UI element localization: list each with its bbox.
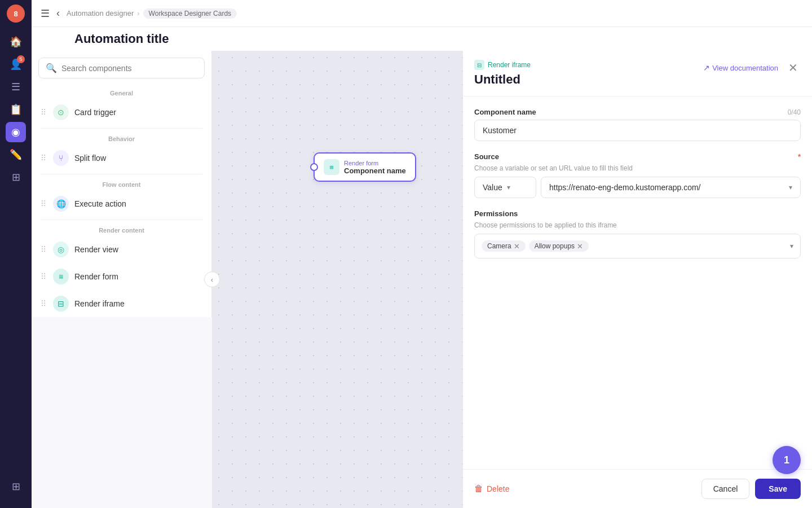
cancel-button[interactable]: Cancel [701,479,750,499]
split-flow-icon: ⑂ [53,150,69,166]
source-type-value: Value [483,183,502,192]
render-view-label: Render view [74,245,118,254]
permissions-select[interactable]: Camera ✕ Allow popups ✕ ▾ [474,234,801,259]
canvas-area[interactable]: ≡ Render form Component name [212,51,462,508]
component-render-form[interactable]: ⠿ ≡ Render form [32,263,211,290]
nav-icon-home[interactable]: 🏠 [6,32,26,52]
divider-behavior [41,174,202,174]
divider-general [41,128,202,129]
source-type-select[interactable]: Value ▾ [474,177,536,198]
nav-icon-apps[interactable]: ⊞ [6,476,26,497]
permissions-chevron: ▾ [790,242,793,250]
component-split-flow[interactable]: ⠿ ⑂ Split flow [32,144,211,172]
source-required-marker: * [798,152,801,161]
flow-node-label: Render form [344,160,406,167]
source-hint: Choose a variable or set an URL value to… [474,164,801,172]
collapse-panel-button[interactable]: ‹ [204,271,220,287]
section-behavior-label: Behavior [32,131,211,144]
drag-handle-render-iframe: ⠿ [41,299,46,308]
component-execute-action[interactable]: ⠿ 🌐 Execute action [32,190,211,217]
component-render-iframe[interactable]: ⠿ ⊟ Render iframe [32,290,211,317]
right-panel: ⊟ Render iframe Untitled ↗ View document… [462,51,812,508]
permission-tag-allow-popups[interactable]: Allow popups ✕ [529,240,589,252]
nav-icon-table[interactable]: 📋 [6,99,26,120]
main-area: ☰ ‹ Automation designer › Workspace Desi… [32,0,812,508]
source-url-chevron: ▾ [789,183,792,191]
view-documentation-link[interactable]: ↗ View documentation [703,63,778,72]
step-circle[interactable]: 1 [773,446,801,474]
source-label: Source * [474,152,801,161]
render-form-label: Render form [74,272,118,281]
flow-node[interactable]: ≡ Render form Component name [314,152,416,182]
right-panel-header: ⊟ Render iframe Untitled ↗ View document… [463,51,812,97]
render-iframe-label: Render iframe [74,299,125,308]
components-panel-wrapper: 🔍 General ⠿ ⊙ Card trigger Behavior ⠿ ⑂ … [32,51,212,508]
search-icon: 🔍 [46,63,57,73]
source-field-group: Source * Choose a variable or set an URL… [474,152,801,198]
execute-action-label: Execute action [74,199,126,208]
search-box[interactable]: 🔍 [38,58,205,78]
nav-icon-automation[interactable]: ◉ [6,122,26,142]
component-name-input[interactable] [474,120,801,141]
component-name-counter: 0/40 [788,108,801,116]
permission-popups-close[interactable]: ✕ [577,243,583,250]
flow-node-name: Component name [344,167,406,175]
close-button[interactable]: ✕ [785,60,801,76]
permissions-field-group: Permissions Choose permissions to be app… [474,209,801,259]
step-number: 1 [784,454,789,466]
panel-main-title: Untitled [474,72,531,87]
nav-icon-list[interactable]: ☰ [6,77,26,97]
source-url-select[interactable]: https://renato-eng-demo.kustomerapp.com/… [541,177,801,198]
component-name-field-group: Component name 0/40 [474,108,801,141]
save-button[interactable]: Save [755,479,801,499]
card-trigger-icon: ⊙ [53,104,69,120]
content-body: 🔍 General ⠿ ⊙ Card trigger Behavior ⠿ ⑂ … [32,51,812,508]
source-url-value: https://renato-eng-demo.kustomerapp.com/ [549,183,700,192]
nav-sidebar: 8 🏠 👤 5 ☰ 📋 ◉ ✏️ ⊞ ⊞ [0,0,32,508]
back-icon[interactable]: ‹ [56,7,60,19]
component-render-view[interactable]: ⠿ ◎ Render view [32,236,211,263]
render-form-icon: ≡ [53,269,69,284]
breadcrumb: Automation designer › Workspace Designer… [67,8,237,19]
panel-title-section: ⊟ Render iframe Untitled [474,60,531,87]
drag-handle-render-view: ⠿ [41,245,46,254]
panel-header-actions: ↗ View documentation ✕ [703,60,801,76]
divider-flow-content [41,220,202,220]
component-card-trigger[interactable]: ⠿ ⊙ Card trigger [32,99,211,126]
components-panel: 🔍 General ⠿ ⊙ Card trigger Behavior ⠿ ⑂ … [32,51,212,317]
breadcrumb-automation[interactable]: Automation designer [67,9,134,17]
breadcrumb-workspace[interactable]: Workspace Designer Cards [143,8,237,19]
right-panel-footer: 🗑 Delete Cancel Save [463,469,812,508]
page-title: Automation title [32,27,812,51]
drag-handle: ⠿ [41,108,46,117]
nav-icon-users[interactable]: 👤 5 [6,54,26,75]
permission-tag-camera[interactable]: Camera ✕ [482,240,526,252]
top-header: ☰ ‹ Automation designer › Workspace Desi… [32,0,812,27]
nav-icon-edit[interactable]: ✏️ [6,144,26,165]
permissions-label: Permissions [474,209,801,218]
nav-icon-grid[interactable]: ⊞ [6,167,26,187]
execute-action-icon: 🌐 [53,196,69,212]
search-input[interactable] [61,64,197,73]
section-general-label: General [32,85,211,99]
footer-actions: Cancel Save [701,479,801,499]
section-flow-content-label: Flow content [32,177,211,190]
render-view-icon: ◎ [53,242,69,257]
permission-camera-close[interactable]: ✕ [514,243,520,250]
flow-node-icon: ≡ [324,159,339,175]
section-render-content-label: Render content [32,222,211,236]
delete-button[interactable]: 🗑 Delete [474,484,509,494]
external-link-icon: ↗ [703,63,710,72]
panel-subtitle: ⊟ Render iframe [474,60,531,70]
hamburger-icon[interactable]: ☰ [41,7,50,20]
source-type-chevron: ▾ [507,183,510,191]
component-name-label: Component name 0/40 [474,108,801,116]
split-flow-label: Split flow [74,154,106,163]
drag-handle-render-form: ⠿ [41,272,46,281]
permission-popups-label: Allow popups [535,242,575,250]
panel-subtitle-text: Render iframe [488,61,531,69]
panel-subtitle-icon: ⊟ [474,60,484,70]
right-panel-body: Component name 0/40 Source * Choose a va… [463,97,812,469]
drag-handle-split: ⠿ [41,154,46,163]
drag-handle-execute: ⠿ [41,199,46,208]
